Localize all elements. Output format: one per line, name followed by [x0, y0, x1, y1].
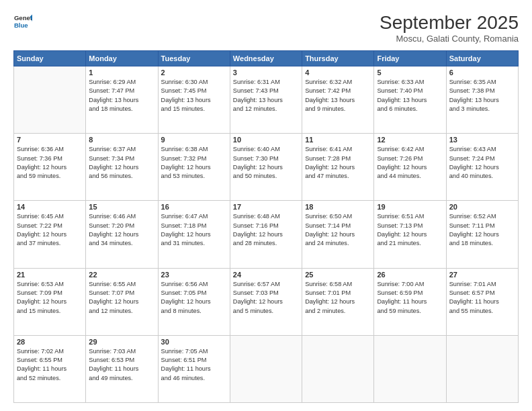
day-number: 13 [449, 136, 515, 144]
table-row: 27Sunrise: 7:01 AMSunset: 6:57 PMDayligh… [446, 268, 518, 335]
header-monday: Monday [86, 51, 158, 66]
day-number: 2 [161, 68, 227, 77]
table-row: 11Sunrise: 6:41 AMSunset: 7:28 PMDayligh… [302, 134, 374, 201]
day-number: 17 [233, 203, 299, 211]
cell-info: Sunrise: 6:51 AMSunset: 7:13 PMDaylight:… [377, 212, 443, 248]
cell-info: Sunrise: 6:53 AMSunset: 7:09 PMDaylight:… [17, 280, 83, 316]
header-friday: Friday [374, 51, 446, 66]
day-number: 6 [449, 68, 515, 77]
table-row: 23Sunrise: 6:56 AMSunset: 7:05 PMDayligh… [158, 268, 230, 335]
cell-info: Sunrise: 6:57 AMSunset: 7:03 PMDaylight:… [233, 280, 299, 316]
day-number: 26 [377, 271, 443, 279]
day-number: 7 [17, 136, 83, 144]
calendar-header-row: Sunday Monday Tuesday Wednesday Thursday… [14, 51, 519, 66]
cell-info: Sunrise: 6:35 AMSunset: 7:38 PMDaylight:… [449, 78, 515, 113]
location-title: Moscu, Galati County, Romania [380, 34, 519, 44]
table-row: 6Sunrise: 6:35 AMSunset: 7:38 PMDaylight… [446, 66, 518, 134]
table-row: 15Sunrise: 6:46 AMSunset: 7:20 PMDayligh… [86, 201, 158, 268]
cell-info: Sunrise: 6:58 AMSunset: 7:01 PMDaylight:… [305, 280, 371, 316]
cell-info: Sunrise: 6:50 AMSunset: 7:14 PMDaylight:… [305, 212, 371, 248]
table-row [14, 66, 86, 134]
table-row [230, 335, 302, 402]
calendar-table: Sunday Monday Tuesday Wednesday Thursday… [13, 50, 519, 403]
header-sunday: Sunday [14, 51, 86, 66]
day-number: 8 [89, 136, 154, 144]
table-row: 16Sunrise: 6:47 AMSunset: 7:18 PMDayligh… [158, 201, 230, 268]
logo-icon: General Blue [13, 12, 32, 31]
day-number: 11 [305, 136, 371, 144]
cell-info: Sunrise: 6:48 AMSunset: 7:16 PMDaylight:… [233, 212, 299, 248]
cell-info: Sunrise: 6:42 AMSunset: 7:26 PMDaylight:… [377, 145, 443, 181]
table-row: 10Sunrise: 6:40 AMSunset: 7:30 PMDayligh… [230, 134, 302, 201]
day-number: 1 [89, 68, 154, 77]
header-thursday: Thursday [302, 51, 374, 66]
table-row: 30Sunrise: 7:05 AMSunset: 6:51 PMDayligh… [158, 335, 230, 402]
table-row: 19Sunrise: 6:51 AMSunset: 7:13 PMDayligh… [374, 201, 446, 268]
table-row: 17Sunrise: 6:48 AMSunset: 7:16 PMDayligh… [230, 201, 302, 268]
day-number: 24 [233, 271, 299, 279]
day-number: 4 [305, 68, 371, 77]
table-row: 5Sunrise: 6:33 AMSunset: 7:40 PMDaylight… [374, 66, 446, 134]
day-number: 18 [305, 203, 371, 211]
day-number: 22 [89, 271, 154, 279]
table-row: 14Sunrise: 6:45 AMSunset: 7:22 PMDayligh… [14, 201, 86, 268]
calendar-week-row: 21Sunrise: 6:53 AMSunset: 7:09 PMDayligh… [14, 268, 519, 335]
day-number: 10 [233, 136, 299, 144]
title-block: September 2025 Moscu, Galati County, Rom… [380, 12, 519, 44]
header-wednesday: Wednesday [230, 51, 302, 66]
day-number: 12 [377, 136, 443, 144]
day-number: 25 [305, 271, 371, 279]
day-number: 30 [161, 338, 227, 346]
cell-info: Sunrise: 6:40 AMSunset: 7:30 PMDaylight:… [233, 145, 299, 181]
header-saturday: Saturday [446, 51, 518, 66]
day-number: 20 [449, 203, 515, 211]
table-row: 21Sunrise: 6:53 AMSunset: 7:09 PMDayligh… [14, 268, 86, 335]
calendar-week-row: 14Sunrise: 6:45 AMSunset: 7:22 PMDayligh… [14, 201, 519, 268]
cell-info: Sunrise: 6:38 AMSunset: 7:32 PMDaylight:… [161, 145, 227, 181]
calendar-week-row: 28Sunrise: 7:02 AMSunset: 6:55 PMDayligh… [14, 335, 519, 402]
table-row: 7Sunrise: 6:36 AMSunset: 7:36 PMDaylight… [14, 134, 86, 201]
cell-info: Sunrise: 7:00 AMSunset: 6:59 PMDaylight:… [377, 280, 443, 316]
header-tuesday: Tuesday [158, 51, 230, 66]
cell-info: Sunrise: 6:46 AMSunset: 7:20 PMDaylight:… [89, 212, 154, 248]
day-number: 27 [449, 271, 515, 279]
table-row: 18Sunrise: 6:50 AMSunset: 7:14 PMDayligh… [302, 201, 374, 268]
table-row: 1Sunrise: 6:29 AMSunset: 7:47 PMDaylight… [86, 66, 158, 134]
day-number: 5 [377, 68, 443, 77]
table-row: 13Sunrise: 6:43 AMSunset: 7:24 PMDayligh… [446, 134, 518, 201]
day-number: 23 [161, 271, 227, 279]
table-row: 12Sunrise: 6:42 AMSunset: 7:26 PMDayligh… [374, 134, 446, 201]
table-row: 20Sunrise: 6:52 AMSunset: 7:11 PMDayligh… [446, 201, 518, 268]
day-number: 15 [89, 203, 154, 211]
cell-info: Sunrise: 6:33 AMSunset: 7:40 PMDaylight:… [377, 78, 443, 113]
table-row: 8Sunrise: 6:37 AMSunset: 7:34 PMDaylight… [86, 134, 158, 201]
table-row: 26Sunrise: 7:00 AMSunset: 6:59 PMDayligh… [374, 268, 446, 335]
table-row: 29Sunrise: 7:03 AMSunset: 6:53 PMDayligh… [86, 335, 158, 402]
cell-info: Sunrise: 6:29 AMSunset: 7:47 PMDaylight:… [89, 78, 154, 113]
table-row: 2Sunrise: 6:30 AMSunset: 7:45 PMDaylight… [158, 66, 230, 134]
cell-info: Sunrise: 6:36 AMSunset: 7:36 PMDaylight:… [17, 145, 83, 181]
table-row: 22Sunrise: 6:55 AMSunset: 7:07 PMDayligh… [86, 268, 158, 335]
day-number: 3 [233, 68, 299, 77]
table-row: 25Sunrise: 6:58 AMSunset: 7:01 PMDayligh… [302, 268, 374, 335]
logo: General Blue [13, 12, 32, 31]
day-number: 16 [161, 203, 227, 211]
cell-info: Sunrise: 7:05 AMSunset: 6:51 PMDaylight:… [161, 347, 227, 383]
cell-info: Sunrise: 6:45 AMSunset: 7:22 PMDaylight:… [17, 212, 83, 248]
cell-info: Sunrise: 6:52 AMSunset: 7:11 PMDaylight:… [449, 212, 515, 248]
cell-info: Sunrise: 6:55 AMSunset: 7:07 PMDaylight:… [89, 280, 154, 316]
table-row: 24Sunrise: 6:57 AMSunset: 7:03 PMDayligh… [230, 268, 302, 335]
cell-info: Sunrise: 6:30 AMSunset: 7:45 PMDaylight:… [161, 78, 227, 113]
page-header: General Blue September 2025 Moscu, Galat… [13, 12, 519, 44]
cell-info: Sunrise: 6:31 AMSunset: 7:43 PMDaylight:… [233, 78, 299, 113]
table-row: 3Sunrise: 6:31 AMSunset: 7:43 PMDaylight… [230, 66, 302, 134]
cell-info: Sunrise: 6:37 AMSunset: 7:34 PMDaylight:… [89, 145, 154, 181]
day-number: 14 [17, 203, 83, 211]
table-row: 9Sunrise: 6:38 AMSunset: 7:32 PMDaylight… [158, 134, 230, 201]
cell-info: Sunrise: 7:03 AMSunset: 6:53 PMDaylight:… [89, 347, 154, 383]
cell-info: Sunrise: 6:32 AMSunset: 7:42 PMDaylight:… [305, 78, 371, 113]
cell-info: Sunrise: 6:41 AMSunset: 7:28 PMDaylight:… [305, 145, 371, 181]
day-number: 29 [89, 338, 154, 346]
cell-info: Sunrise: 7:01 AMSunset: 6:57 PMDaylight:… [449, 280, 515, 316]
table-row: 28Sunrise: 7:02 AMSunset: 6:55 PMDayligh… [14, 335, 86, 402]
